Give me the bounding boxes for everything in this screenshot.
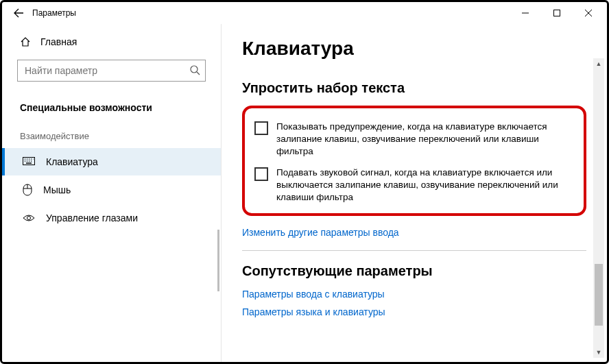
section-title-simplify: Упростить набор текста — [242, 80, 586, 96]
checkbox-label: Показывать предупреждение, когда на клав… — [276, 121, 574, 158]
eye-icon — [23, 214, 35, 222]
scroll-up-icon[interactable]: ▲ — [593, 58, 604, 69]
link-language-keyboard-settings[interactable]: Параметры языка и клавиатуры — [242, 306, 586, 317]
link-other-input-settings[interactable]: Изменить другие параметры ввода — [242, 227, 586, 238]
sidebar-item-eye-control[interactable]: Управление глазами — [2, 204, 221, 232]
search-box[interactable] — [17, 60, 206, 82]
content-area: Клавиатура Упростить набор текста Показы… — [222, 24, 607, 362]
search-input[interactable] — [17, 60, 206, 82]
sidebar-item-mouse[interactable]: Мышь — [2, 175, 221, 204]
page-title: Клавиатура — [242, 38, 586, 60]
content-scrollbar[interactable]: ▲ ▼ — [593, 58, 604, 358]
svg-point-4 — [27, 217, 31, 220]
maximize-button[interactable] — [541, 3, 573, 23]
checkbox[interactable] — [254, 167, 268, 181]
checkbox-row-warning[interactable]: Показывать предупреждение, когда на клав… — [254, 121, 574, 158]
sidebar-item-keyboard[interactable]: Клавиатура — [2, 148, 221, 175]
arrow-left-icon — [13, 8, 24, 19]
checkbox[interactable] — [254, 121, 268, 135]
sidebar-scrollbar[interactable] — [217, 230, 219, 291]
sidebar: Главная Специальные возможности Взаимоде… — [2, 24, 222, 362]
window-title: Параметры — [32, 8, 76, 18]
sidebar-group-head: Специальные возможности — [2, 95, 221, 125]
home-icon — [20, 36, 31, 47]
scroll-thumb[interactable] — [595, 264, 603, 326]
link-keyboard-input-settings[interactable]: Параметры ввода с клавиатуры — [242, 289, 586, 300]
back-button[interactable] — [9, 3, 28, 23]
maximize-icon — [553, 10, 560, 16]
checkbox-label: Подавать звуковой сигнал, когда на клави… — [276, 167, 574, 204]
sidebar-section-label: Взаимодействие — [2, 125, 221, 148]
minimize-button[interactable] — [510, 3, 541, 23]
sidebar-item-label: Клавиатура — [46, 156, 98, 167]
search-icon — [189, 64, 200, 77]
close-button[interactable] — [573, 3, 604, 23]
highlighted-group: Показывать предупреждение, когда на клав… — [242, 106, 586, 216]
sidebar-item-label: Мышь — [43, 184, 71, 195]
keyboard-icon — [23, 157, 35, 167]
titlebar: Параметры — [2, 2, 607, 24]
close-icon — [585, 10, 592, 16]
checkbox-row-sound[interactable]: Подавать звуковой сигнал, когда на клави… — [254, 167, 574, 204]
section-title-related: Сопутствующие параметры — [242, 263, 586, 279]
svg-point-1 — [191, 66, 198, 73]
minimize-icon — [522, 10, 529, 16]
sidebar-home[interactable]: Главная — [2, 29, 221, 54]
svg-rect-0 — [554, 10, 560, 16]
divider — [242, 250, 586, 251]
sidebar-item-label: Управление глазами — [46, 213, 138, 223]
mouse-icon — [23, 184, 32, 196]
scroll-down-icon[interactable]: ▼ — [593, 347, 604, 358]
sidebar-home-label: Главная — [40, 36, 77, 47]
